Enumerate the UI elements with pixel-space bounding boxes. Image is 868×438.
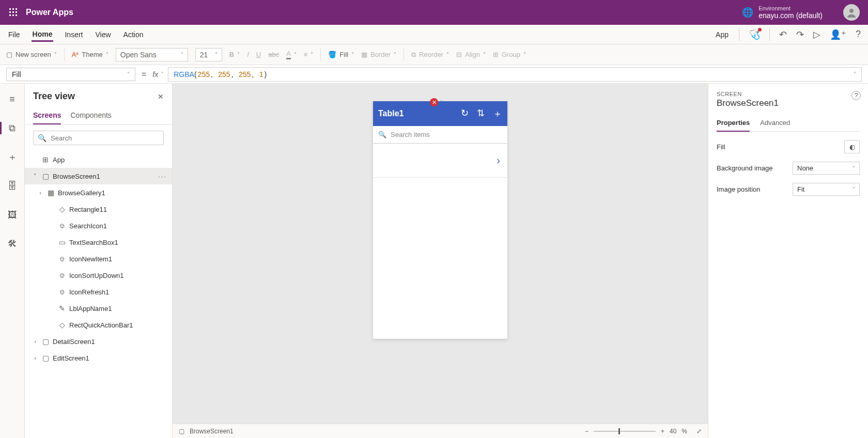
- canvas: ✕ ˅ Table1 ↻ ⇅ ＋ 🔍 Search items ›: [173, 84, 708, 438]
- menu-view[interactable]: View: [94, 27, 112, 42]
- tab-properties[interactable]: Properties: [717, 116, 750, 132]
- environment-label: Environment: [758, 5, 823, 11]
- props-name: BrowseScreen1: [717, 98, 860, 108]
- screen-checkbox-icon[interactable]: ▢: [179, 428, 184, 435]
- tree-search[interactable]: 🔍: [33, 131, 164, 145]
- node-icon: ◇: [58, 205, 66, 213]
- media-icon[interactable]: 🖼: [4, 207, 21, 223]
- more-icon[interactable]: ···: [158, 173, 167, 180]
- node-icon: ⎊: [58, 288, 66, 296]
- svg-rect-7: [12, 14, 14, 16]
- tree-item[interactable]: ⊞App···: [25, 151, 172, 168]
- tree-item[interactable]: ›▦BrowseGallery1···: [25, 184, 172, 201]
- hamburger-icon[interactable]: ≡: [4, 91, 21, 107]
- menu-action[interactable]: Action: [122, 27, 145, 42]
- font-color-button[interactable]: A˅: [286, 50, 297, 59]
- group-button[interactable]: ⊞Group˅: [493, 51, 526, 58]
- fx-icon[interactable]: fx˅: [152, 70, 163, 79]
- sort-icon[interactable]: ⇅: [477, 107, 485, 120]
- tab-screens[interactable]: Screens: [33, 108, 61, 124]
- tree-view-icon[interactable]: ⧉: [4, 120, 21, 136]
- refresh-icon[interactable]: ↻: [461, 107, 469, 120]
- expand-icon[interactable]: ›: [32, 338, 38, 345]
- new-screen-button[interactable]: ▢New screen˅: [6, 51, 57, 58]
- border-button[interactable]: ▦Border˅: [361, 51, 396, 58]
- tree-item[interactable]: ⎊SearchIcon1···: [25, 217, 172, 234]
- fill-button[interactable]: 🪣Fill˅: [328, 51, 354, 58]
- advanced-tools-icon[interactable]: 🛠: [4, 236, 21, 252]
- expand-formula-icon[interactable]: ˅: [854, 71, 856, 77]
- menu-home[interactable]: Home: [32, 27, 54, 42]
- tree-item[interactable]: ⎊IconSortUpDown1···: [25, 267, 172, 284]
- palette-icon: Aᵃ: [72, 51, 79, 58]
- help-icon[interactable]: ?: [856, 29, 861, 40]
- menu-insert[interactable]: Insert: [64, 27, 84, 42]
- text-align-button[interactable]: ≡˅: [304, 51, 314, 58]
- zoom-out-button[interactable]: −: [585, 428, 588, 435]
- ribbon: ▢New screen˅ AᵃTheme˅ Open Sans˅ 21˅ B˅ …: [0, 44, 868, 65]
- fill-color-picker[interactable]: ◐: [844, 140, 860, 153]
- fit-screen-icon[interactable]: ⤢: [696, 428, 702, 435]
- node-icon: ✎: [58, 304, 66, 312]
- image-position-select[interactable]: Fit˅: [793, 183, 860, 196]
- share-icon[interactable]: 👤⁺: [830, 29, 846, 40]
- phone-preview[interactable]: Table1 ↻ ⇅ ＋ 🔍 Search items ›: [373, 101, 507, 339]
- prop-pos-label: Image position: [717, 185, 761, 193]
- border-icon: ▦: [361, 51, 367, 58]
- add-icon[interactable]: ＋: [493, 107, 502, 120]
- align-button[interactable]: ⊟Align˅: [456, 51, 486, 58]
- zoom-in-button[interactable]: +: [661, 428, 664, 435]
- app-checker-icon[interactable]: 🩺: [749, 29, 760, 40]
- redo-icon[interactable]: ↷: [796, 29, 804, 40]
- zoom-unit: %: [681, 428, 687, 435]
- phone-search[interactable]: 🔍 Search items: [373, 126, 507, 144]
- list-item[interactable]: ›: [373, 144, 507, 178]
- environment-picker[interactable]: 🌐 Environment enayu.com (default): [742, 5, 823, 20]
- insert-icon[interactable]: ＋: [4, 149, 21, 165]
- expand-icon[interactable]: ›: [32, 355, 38, 361]
- align-icon: ⊟: [456, 51, 462, 58]
- close-panel-icon[interactable]: ✕: [158, 92, 164, 101]
- tree-item[interactable]: ⎊IconNewItem1···: [25, 251, 172, 267]
- status-bar: ▢ BrowseScreen1 − + 40 % ⤢: [173, 424, 708, 438]
- tree-title: Tree view: [33, 91, 75, 102]
- avatar[interactable]: [843, 4, 860, 21]
- error-indicator[interactable]: ✕ ˅: [430, 98, 443, 106]
- tree-item[interactable]: ▭TextSearchBox1···: [25, 234, 172, 251]
- tab-advanced[interactable]: Advanced: [760, 116, 790, 131]
- svg-rect-0: [9, 8, 11, 10]
- theme-button[interactable]: AᵃTheme˅: [72, 51, 109, 58]
- expand-icon[interactable]: ›: [37, 190, 43, 196]
- node-icon: ⎊: [58, 271, 66, 279]
- tree-item[interactable]: ⎊IconRefresh1···: [25, 284, 172, 300]
- bold-button[interactable]: B˅: [229, 51, 240, 58]
- undo-icon[interactable]: ↶: [779, 29, 787, 40]
- underline-button[interactable]: U: [256, 51, 261, 58]
- font-size-input[interactable]: 21˅: [195, 48, 222, 61]
- property-select[interactable]: Fill˅: [6, 68, 135, 81]
- tree-item[interactable]: ◇RectQuickActionBar1···: [25, 317, 172, 333]
- waffle-icon[interactable]: [5, 4, 22, 21]
- italic-button[interactable]: I: [247, 51, 249, 58]
- expand-icon[interactable]: ˅: [32, 173, 38, 180]
- tree-item[interactable]: ›▢DetailScreen1···: [25, 333, 172, 350]
- bg-image-select[interactable]: None˅: [793, 162, 860, 175]
- panel-help-icon[interactable]: ?: [851, 91, 861, 100]
- tree-search-input[interactable]: [51, 134, 159, 142]
- data-icon[interactable]: 🗄: [4, 178, 21, 194]
- play-icon[interactable]: ▷: [813, 29, 820, 40]
- reorder-button[interactable]: ⧉Reorder˅: [411, 51, 449, 59]
- tree-item[interactable]: ˅▢BrowseScreen1···: [25, 168, 172, 184]
- tree-item[interactable]: ›▢EditScreen1···: [25, 350, 172, 366]
- tree-item[interactable]: ◇Rectangle11···: [25, 201, 172, 217]
- formula-input[interactable]: RGBA(255, 255, 255, 1) ˅: [168, 67, 862, 82]
- menu-file[interactable]: File: [7, 27, 21, 42]
- font-select[interactable]: Open Sans˅: [116, 48, 188, 61]
- strike-button[interactable]: abc: [268, 51, 279, 58]
- tree-item[interactable]: ✎LblAppName1···: [25, 300, 172, 317]
- node-icon: ▭: [58, 238, 66, 246]
- tree-panel: Tree view ✕ Screens Components 🔍 ⊞App···…: [25, 84, 173, 438]
- tab-components[interactable]: Components: [70, 108, 111, 124]
- zoom-slider[interactable]: [594, 431, 656, 432]
- app-dropdown[interactable]: App: [715, 27, 730, 42]
